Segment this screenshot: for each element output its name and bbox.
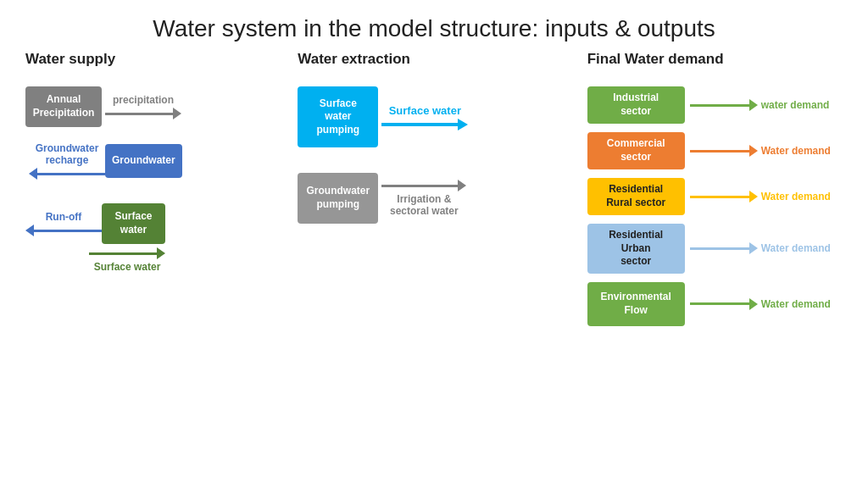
arrowhead-urban	[749, 242, 758, 254]
line-rural	[690, 196, 749, 198]
arrow-right-precipitation	[105, 108, 181, 119]
arrow-runoff	[25, 225, 102, 236]
box-annual-precipitation: AnnualPrecipitation	[25, 86, 102, 127]
box-groundwater-pumping: Groundwaterpumping	[298, 173, 378, 224]
extraction-section: Water extraction Surfacewaterpumping Sur…	[289, 51, 561, 335]
arrow-surface-pumping: Surface water	[381, 104, 468, 130]
box-rural: ResidentialRural sector	[587, 178, 685, 215]
line-gw	[37, 173, 105, 175]
label-precipitation: precipitation	[113, 94, 174, 106]
arrowhead-surface-extraction	[458, 119, 468, 130]
arrow-surface-water-out: Surface water	[25, 247, 165, 273]
demand-heading: Final Water demand	[587, 51, 843, 68]
demand-row-industrial: Industrialsector water demand	[587, 86, 843, 124]
arrowhead-environmental	[749, 298, 758, 310]
label-runoff: Run-off	[46, 211, 82, 223]
label-environmental: Water demand	[761, 298, 831, 310]
arrow-groundwater-recharge: Groundwaterrecharge	[29, 142, 105, 180]
extraction-row-groundwater: Groundwaterpumping Irrigation &sectoral …	[298, 173, 553, 224]
arrow-precipitation: precipitation	[105, 94, 181, 119]
line-urban	[690, 247, 749, 250]
box-groundwater: Groundwater	[105, 144, 182, 178]
demand-row-rural: ResidentialRural sector Water demand	[587, 178, 843, 215]
label-urban: Water demand	[761, 242, 831, 254]
line-commercial	[690, 150, 749, 152]
arrowhead-rural	[749, 191, 758, 202]
label-groundwater-recharge: Groundwaterrecharge	[36, 142, 99, 166]
box-commercial: Commercialsector	[587, 132, 685, 169]
arrow-head-precipitation	[173, 108, 181, 119]
label-commercial: Water demand	[761, 145, 831, 157]
line-surface-out	[89, 252, 157, 255]
demand-row-commercial: Commercialsector Water demand	[587, 132, 843, 169]
supply-row-precipitation: AnnualPrecipitation precipitation	[25, 86, 281, 127]
line-surface-extraction	[381, 123, 458, 126]
extraction-row-surface: Surfacewaterpumping Surface water	[298, 86, 553, 147]
supply-row-surface-water: Run-off Surfacewater Surface water	[25, 203, 281, 273]
line-industrial	[690, 104, 749, 107]
box-surface-water: Surfacewater	[102, 203, 165, 244]
label-surface-water-extraction: Surface water	[389, 104, 461, 117]
extraction-heading: Water extraction	[298, 51, 553, 68]
arrowhead-industrial	[749, 99, 758, 111]
arrow-environmental: Water demand	[690, 298, 831, 310]
page-title: Water system in the model structure: inp…	[0, 0, 868, 51]
box-environmental: EnvironmentalFlow	[587, 282, 685, 326]
line-runoff	[34, 230, 102, 232]
demand-section: Final Water demand Industrialsector wate…	[562, 51, 851, 335]
demand-row-urban: ResidentialUrbansector Water demand	[587, 224, 843, 274]
label-surface-water-out: Surface water	[94, 261, 161, 273]
label-industrial: water demand	[761, 99, 830, 111]
arrow-line-groundwater	[29, 168, 105, 180]
box-industrial: Industrialsector	[587, 86, 685, 124]
box-urban: ResidentialUrbansector	[587, 224, 685, 274]
supply-section: Water supply AnnualPrecipitation precipi…	[17, 51, 289, 335]
arrow-groundwater-pumping: Irrigation &sectoral water	[381, 180, 466, 217]
arrow-rural: Water demand	[690, 191, 831, 202]
supply-row-groundwater: Groundwaterrecharge Groundwater	[25, 142, 281, 180]
arrowhead-left-gw	[29, 168, 37, 180]
box-surface-pumping: Surfacewaterpumping	[298, 86, 378, 147]
label-rural: Water demand	[761, 191, 831, 202]
arrow-urban: Water demand	[690, 242, 831, 254]
arrowhead-runoff	[25, 225, 34, 236]
supply-heading: Water supply	[25, 51, 281, 68]
arrowhead-commercial	[749, 145, 758, 157]
arrowhead-gw-pumping	[458, 180, 466, 191]
arrowhead-surface-out	[157, 247, 165, 259]
line-gw-pumping	[381, 185, 458, 187]
demand-row-environmental: EnvironmentalFlow Water demand	[587, 282, 843, 326]
label-gw-pumping: Irrigation &sectoral water	[390, 193, 459, 217]
arrow-line-precipitation	[105, 113, 173, 115]
arrow-industrial: water demand	[690, 99, 830, 111]
line-environmental	[690, 302, 749, 305]
arrow-commercial: Water demand	[690, 145, 831, 157]
